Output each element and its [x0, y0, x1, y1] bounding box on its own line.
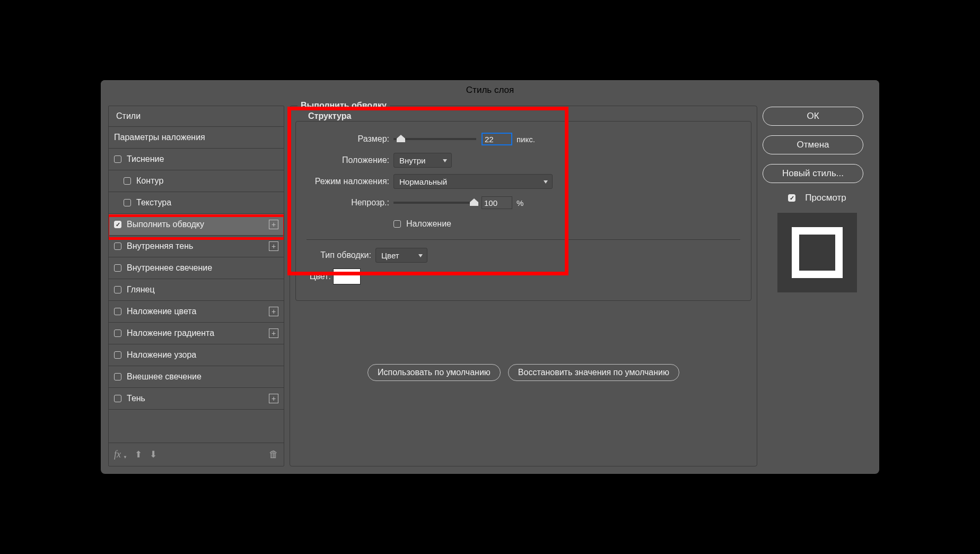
window-titlebar[interactable]: Стиль слоя [101, 80, 879, 100]
cancel-button[interactable]: Отмена [763, 135, 863, 154]
style-row-наложение-градиента[interactable]: Наложение градиента+ [109, 323, 284, 344]
styles-list-panel: Стили Параметры наложения ТиснениеКонтур… [108, 106, 284, 466]
new-style-button[interactable]: Новый стиль... [763, 164, 863, 183]
add-effect-icon[interactable]: + [269, 328, 278, 338]
style-checkbox[interactable] [114, 286, 121, 293]
style-checkbox[interactable] [114, 395, 121, 402]
preview-thumbnail [792, 227, 843, 278]
panel-title: Выполнить обводку [298, 101, 390, 110]
fx-menu-icon[interactable]: fx [114, 449, 121, 460]
style-label: Текстура [136, 198, 171, 207]
style-checkbox[interactable] [114, 373, 121, 380]
style-checkbox[interactable] [124, 177, 131, 185]
position-select[interactable]: Внутри [393, 153, 452, 168]
size-unit: пикс. [517, 135, 535, 144]
dialog-buttons-panel: ОК Отмена Новый стиль... Просмотр [763, 106, 872, 466]
style-label: Глянец [127, 285, 155, 295]
style-label: Внутреннее свечение [127, 263, 212, 273]
structure-group-title: Структура [305, 111, 354, 121]
style-label: Внешнее свечение [127, 372, 202, 382]
style-checkbox[interactable] [124, 199, 131, 206]
style-label: Наложение градиента [127, 328, 214, 338]
preview-checkbox[interactable] [788, 194, 795, 202]
add-effect-icon[interactable]: + [269, 220, 278, 229]
style-label: Наложение узора [127, 350, 196, 360]
slider-thumb-icon[interactable] [470, 198, 478, 206]
position-label: Положение: [307, 155, 393, 165]
size-input[interactable] [482, 133, 512, 145]
style-row-тень[interactable]: Тень+ [109, 388, 284, 410]
style-checkbox[interactable] [114, 221, 121, 228]
opacity-input[interactable] [482, 196, 512, 209]
blending-options-label: Параметры наложения [114, 133, 205, 142]
style-label: Наложение цвета [127, 307, 196, 316]
opacity-label: Непрозр.: [307, 198, 393, 207]
separator [307, 239, 740, 240]
blendmode-label: Режим наложения: [307, 177, 393, 186]
opacity-unit: % [517, 198, 523, 207]
style-label: Тень [127, 394, 145, 403]
size-slider[interactable] [393, 138, 476, 140]
style-checkbox[interactable] [114, 330, 121, 337]
color-label: Цвет: [307, 272, 331, 281]
style-row-контур[interactable]: Контур [109, 170, 284, 192]
move-up-icon[interactable]: ⬆ [135, 449, 142, 460]
fx-dropdown-icon[interactable]: ▼ [123, 455, 127, 460]
style-checkbox[interactable] [114, 308, 121, 315]
window-title: Стиль слоя [466, 85, 514, 96]
layer-style-dialog: Стиль слоя Стили Параметры наложения Тис… [101, 80, 879, 474]
overprint-label: Наложение [406, 219, 451, 229]
style-row-глянец[interactable]: Глянец [109, 279, 284, 301]
overprint-checkbox[interactable] [393, 220, 401, 228]
make-default-button[interactable]: Использовать по умолчанию [368, 364, 501, 381]
styles-footer: fx ▼ ⬆ ⬇ 🗑 [109, 443, 284, 466]
style-row-внешнее-свечение[interactable]: Внешнее свечение [109, 366, 284, 388]
style-row-наложение-цвета[interactable]: Наложение цвета+ [109, 301, 284, 323]
style-row-тиснение[interactable]: Тиснение [109, 149, 284, 170]
style-checkbox[interactable] [114, 351, 121, 359]
size-label: Размер: [307, 134, 393, 144]
style-checkbox[interactable] [114, 264, 121, 272]
trash-icon[interactable]: 🗑 [269, 449, 278, 460]
blending-options-row[interactable]: Параметры наложения [109, 127, 284, 149]
opacity-slider[interactable] [393, 202, 476, 204]
filltype-label: Тип обводки: [307, 250, 375, 260]
add-effect-icon[interactable]: + [269, 307, 278, 316]
filltype-select[interactable]: Цвет [375, 248, 427, 263]
style-row-внутреннее-свечение[interactable]: Внутреннее свечение [109, 257, 284, 279]
slider-thumb-icon[interactable] [397, 135, 405, 142]
style-label: Выполнить обводку [127, 220, 204, 229]
preview-label: Просмотр [805, 193, 846, 203]
ok-button[interactable]: ОК [763, 107, 863, 126]
style-row-выполнить-обводку[interactable]: Выполнить обводку+ [109, 214, 284, 236]
style-row-внутренняя-тень[interactable]: Внутренняя тень+ [109, 236, 284, 257]
reset-default-button[interactable]: Восстановить значения по умолчанию [508, 364, 679, 381]
add-effect-icon[interactable]: + [269, 241, 278, 251]
style-label: Контур [136, 176, 163, 186]
style-label: Тиснение [127, 154, 164, 164]
style-checkbox[interactable] [114, 243, 121, 250]
style-row-наложение-узора[interactable]: Наложение узора [109, 344, 284, 366]
styles-header[interactable]: Стили [109, 106, 284, 127]
move-down-icon[interactable]: ⬇ [150, 449, 157, 460]
preview-swatch [777, 213, 857, 292]
style-checkbox[interactable] [114, 155, 121, 163]
add-effect-icon[interactable]: + [269, 394, 278, 403]
style-label: Внутренняя тень [127, 241, 193, 251]
blendmode-select[interactable]: Нормальный [393, 174, 553, 189]
style-row-текстура[interactable]: Текстура [109, 192, 284, 214]
settings-panel: Выполнить обводку Структура Размер: пикс… [290, 106, 757, 466]
color-swatch[interactable] [333, 269, 361, 284]
